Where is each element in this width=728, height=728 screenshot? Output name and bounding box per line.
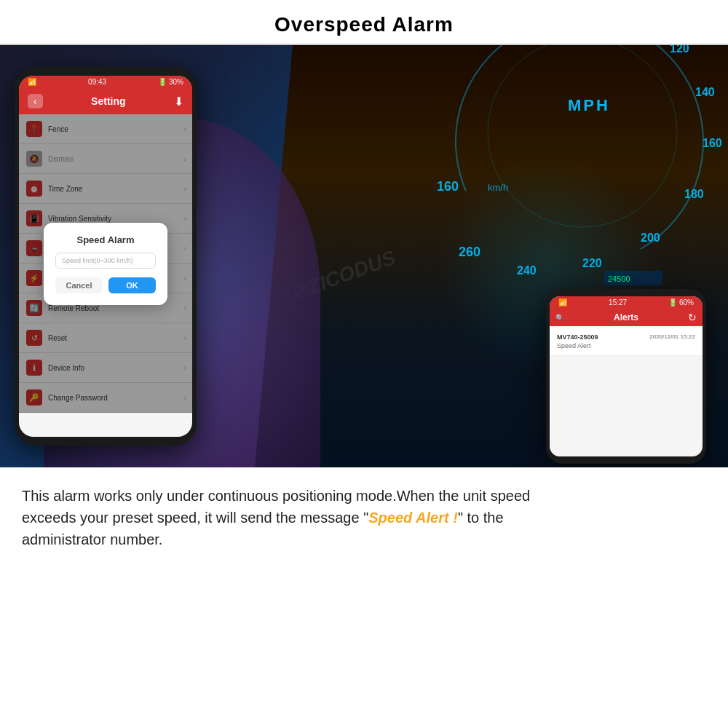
page-title: Overspeed Alarm	[0, 13, 728, 36]
signal-icon: 📶	[28, 78, 36, 86]
svg-text:km/h: km/h	[488, 182, 508, 193]
speed-alarm-dialog: Speed Alarm Speed limit(0~300 km/h) Canc…	[44, 223, 167, 305]
dialog-overlay: Speed Alarm Speed limit(0~300 km/h) Canc…	[19, 114, 192, 413]
svg-text:180: 180	[684, 188, 704, 200]
dialog-input-placeholder: Speed limit(0~300 km/h)	[62, 257, 133, 264]
speed-alert-highlight: Speed Alert !	[368, 510, 458, 526]
dialog-ok-button[interactable]: OK	[108, 277, 156, 293]
alerts-status-bar: 📶 15:27 🔋 60%	[550, 296, 703, 309]
svg-text:260: 260	[459, 245, 480, 259]
right-phone-space	[546, 485, 706, 662]
svg-text:160: 160	[703, 137, 722, 149]
dialog-cancel-button[interactable]: Cancel	[55, 277, 103, 293]
alert-date: 2020/12/01 15:22	[649, 333, 695, 341]
phone-left: 📶 09:43 🔋 30% ‹ Setting ⬇ 📍 Fence › 🔕	[15, 67, 197, 446]
alert-top: MV740-25009 2020/12/01 15:22	[557, 333, 695, 341]
phone-screen-right: 📶 15:27 🔋 60% 🔍 Alerts ↻ MV740-25009 202…	[550, 296, 703, 456]
alerts-search-bar: 🔍 Alerts ↻	[550, 309, 703, 326]
svg-point-0	[488, 45, 677, 227]
dialog-actions: Cancel OK	[55, 277, 156, 293]
alert-message: Speed Alert	[557, 342, 695, 349]
alert-id: MV740-25009	[557, 333, 598, 341]
search-icon: 🔍	[555, 314, 564, 322]
alerts-signal: 📶	[558, 298, 567, 306]
save-button[interactable]: ⬇	[174, 95, 183, 108]
alert-item[interactable]: MV740-25009 2020/12/01 15:22 Speed Alert	[550, 328, 703, 356]
svg-text:160: 160	[437, 179, 459, 194]
svg-text:24500: 24500	[608, 274, 630, 283]
page-header: Overspeed Alarm	[0, 0, 728, 45]
svg-text:240: 240	[517, 264, 537, 277]
app-title: Setting	[91, 95, 125, 107]
alerts-title: Alerts	[568, 312, 684, 323]
status-bar: 📶 09:43 🔋 30%	[19, 76, 192, 88]
dialog-title: Speed Alarm	[55, 234, 156, 245]
battery-icon: 🔋 30%	[158, 78, 183, 86]
back-button[interactable]: ‹	[28, 94, 43, 108]
phone-right: 📶 15:27 🔋 60% 🔍 Alerts ↻ MV740-25009 202…	[546, 289, 706, 464]
svg-text:140: 140	[695, 86, 715, 98]
description-text: This alarm works only under continuous p…	[22, 485, 531, 662]
phone-screen-left: 📶 09:43 🔋 30% ‹ Setting ⬇ 📍 Fence › 🔕	[19, 76, 192, 437]
menu-list: 📍 Fence › 🔕 Dismiss › ⏰ Time Zone › 📳 Vi…	[19, 114, 192, 413]
alerts-time: 15:27	[609, 298, 627, 306]
svg-text:MPH: MPH	[568, 96, 610, 114]
dialog-input[interactable]: Speed limit(0~300 km/h)	[55, 253, 156, 269]
app-header: ‹ Setting ⬇	[19, 88, 192, 114]
refresh-icon[interactable]: ↻	[688, 312, 697, 323]
svg-text:200: 200	[641, 232, 660, 244]
alerts-battery: 🔋 60%	[668, 298, 694, 306]
svg-text:120: 120	[670, 45, 689, 55]
background-section: 120 140 160 180 200 220 240 260 160 MPH …	[0, 45, 728, 467]
svg-text:220: 220	[582, 257, 602, 269]
bottom-section: This alarm works only under continuous p…	[0, 467, 728, 677]
status-time: 09:43	[88, 78, 106, 86]
